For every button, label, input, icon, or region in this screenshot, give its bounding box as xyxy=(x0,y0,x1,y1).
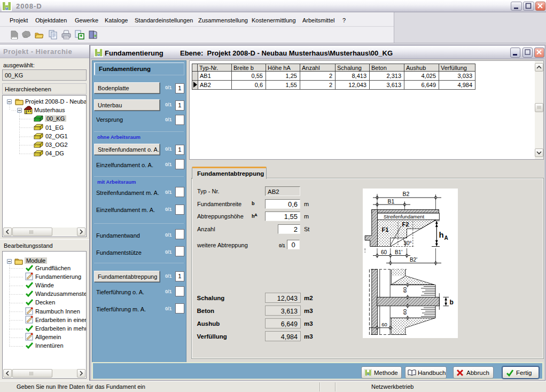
svg-text:b: b xyxy=(450,299,454,306)
svg-text:M: M xyxy=(97,53,100,57)
svg-text:60: 60 xyxy=(381,249,387,255)
svg-text:F1: F1 xyxy=(382,226,389,233)
svg-text:B1: B1 xyxy=(388,198,395,205)
svg-text:B2': B2' xyxy=(410,257,417,263)
svg-text:30°: 30° xyxy=(403,240,411,246)
svg-text:A: A xyxy=(444,235,448,241)
svg-text:M: M xyxy=(367,373,369,376)
svg-text:B2: B2 xyxy=(403,191,410,197)
svg-text:F2: F2 xyxy=(402,221,409,228)
svg-text:60: 60 xyxy=(402,309,408,315)
svg-text:M: M xyxy=(5,7,8,11)
svg-text:Streifenfundament: Streifenfundament xyxy=(384,214,424,219)
svg-text:B1': B1' xyxy=(395,249,402,255)
svg-text:h: h xyxy=(439,230,444,239)
svg-text:60: 60 xyxy=(402,287,408,293)
svg-text:60: 60 xyxy=(381,322,387,327)
